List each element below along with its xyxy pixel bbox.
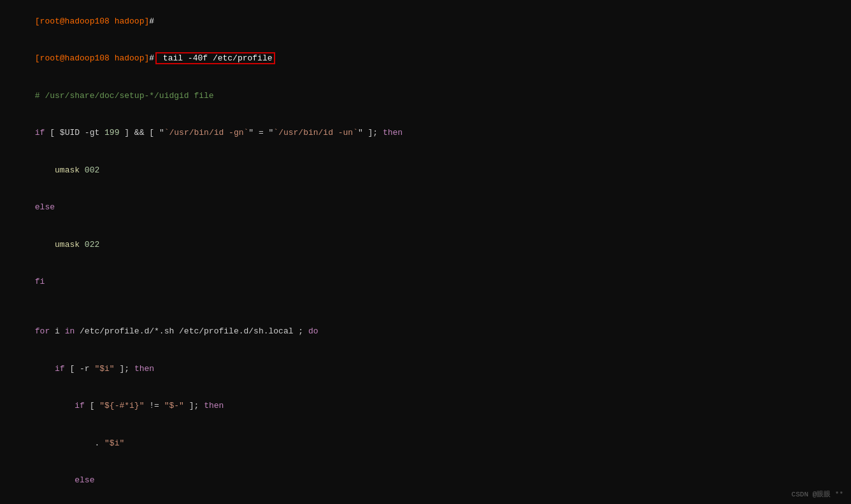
prev-prompt-line: [root@hadoop108 hadoop]# [5, 3, 846, 40]
comment-line: # /usr/share/doc/setup-*/uidgid file [5, 77, 846, 115]
command-line: [root@hadoop108 hadoop]# tail -40f /etc/… [5, 40, 846, 78]
empty-line-1 [5, 300, 846, 313]
if-r-line: if [ -r "$i" ]; then [5, 350, 846, 388]
dot-i-line: . "$i" [5, 424, 846, 462]
nested-if-line: if [ "${-#*i}" != "$-" ]; then [5, 388, 846, 425]
for-line: for i in /etc/profile.d/*.sh /etc/profil… [5, 313, 846, 351]
else-line: else [5, 189, 846, 227]
fi-line: fi [5, 263, 846, 301]
terminal-content: [root@hadoop108 hadoop]# [root@hadoop108… [0, 0, 851, 504]
watermark: CSDN @眼眼 ** [792, 489, 843, 499]
if-line: if [ $UID -gt 199 ] && [ "`/usr/bin/id -… [5, 115, 846, 152]
umask-022-line: umask 022 [5, 226, 846, 263]
prompt-user2: [root@hadoop108 hadoop] [35, 53, 149, 63]
umask-002-line: umask 002 [5, 151, 846, 189]
prompt-user: [root@hadoop108 hadoop] [35, 17, 149, 26]
else2-line: else [5, 462, 846, 500]
dot-i-null-line: . "$i" >/dev/null [5, 499, 846, 504]
command-highlight: tail -40f /etc/profile [155, 52, 275, 64]
terminal-window: [root@hadoop108 hadoop]# [root@hadoop108… [0, 0, 851, 504]
